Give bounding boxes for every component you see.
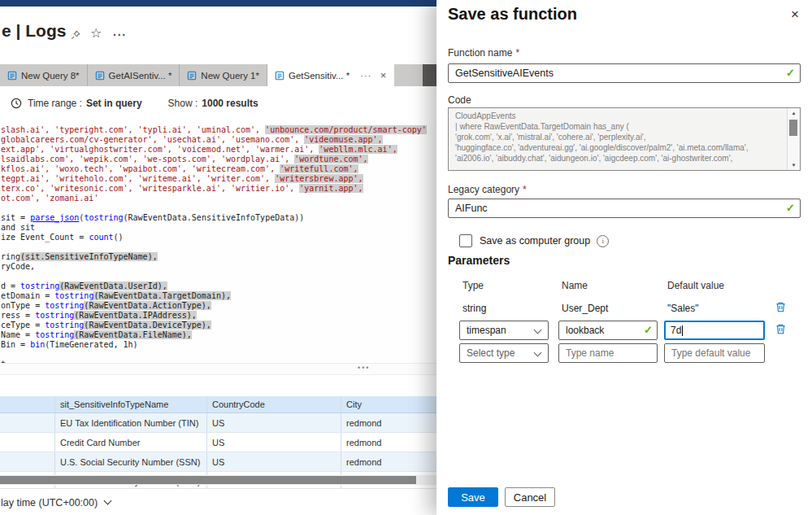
favorite-star-icon[interactable]: ☆ — [90, 28, 102, 39]
query-tab[interactable]: New Query 1* — [180, 64, 267, 86]
delete-parameter-button[interactable] — [775, 301, 787, 313]
results-cell: U.S. Social Security Number (SSN) — [55, 452, 207, 471]
code-preview-line: 'grok.com', 'x.ai', 'mistral.ai', 'coher… — [455, 132, 784, 142]
code-label: Code — [448, 94, 471, 106]
query-editor[interactable]: slash.ai', 'typeright.com', 'typli.ai', … — [0, 122, 436, 366]
query-tab[interactable]: New Query 8* — [0, 64, 88, 86]
parameters-title: Parameters — [448, 254, 510, 267]
param-default-input[interactable] — [664, 343, 765, 363]
scroll-up-icon[interactable]: ▲ — [788, 111, 800, 116]
column-header[interactable]: sit_SensitiveInfoTypeName — [55, 396, 207, 412]
code-line: ryCode, — [0, 262, 436, 272]
required-asterisk: * — [523, 184, 527, 195]
column-header[interactable]: CountryCode — [207, 396, 341, 412]
results-header-row: sit_SensitiveInfoTypeNameCountryCodeCity — [0, 396, 436, 413]
status-bar: lay time (UTC+00:00) — [0, 488, 436, 515]
more-commands-icon[interactable]: ··· — [113, 29, 127, 41]
delete-parameter-button[interactable] — [775, 323, 787, 335]
time-range-label[interactable]: Time range : — [28, 98, 82, 109]
code-line: globalcareers.com/cv-generator', 'usecha… — [0, 135, 436, 145]
time-range-clock-icon — [11, 98, 22, 109]
row-gutter — [0, 452, 55, 471]
panel-title: Save as function — [448, 5, 577, 24]
scroll-down-icon[interactable]: ▼ — [788, 163, 800, 168]
code-line: ot.com', 'zomani.ai' — [0, 194, 436, 203]
horizontal-scrollbar[interactable] — [0, 475, 436, 485]
parameter-row: timespan ✓ 7d — [459, 321, 807, 340]
param-default-input-focused[interactable]: 7d — [664, 321, 765, 340]
chevron-down-icon — [534, 349, 542, 357]
results-row[interactable]: U.S. Social Security Number (SSN)USredmo… — [0, 452, 436, 472]
info-icon[interactable]: i — [597, 235, 609, 247]
code-line — [0, 350, 436, 360]
code-line: kflos.ai', 'woxo.tech', 'wpaibot.com', '… — [0, 164, 436, 174]
page-title: e | Logs — [2, 21, 66, 41]
code-line: ize Event_Count = count() — [0, 233, 436, 242]
save-button[interactable]: Save — [448, 487, 498, 507]
query-tab[interactable]: GetSensitiv... *···× — [267, 64, 394, 86]
function-name-input[interactable] — [448, 63, 801, 83]
valid-check-icon: ✓ — [786, 67, 795, 79]
code-line: and sit — [0, 223, 436, 233]
code-line — [0, 203, 436, 213]
pin-icon[interactable] — [70, 29, 81, 42]
param-type-select[interactable]: timespan — [459, 321, 549, 340]
code-scrollbar[interactable]: ▲ ▼ — [787, 108, 800, 170]
param-name-field: ✓ — [558, 321, 658, 340]
param-type-value: string — [459, 303, 549, 314]
code-line: ress = tostring(RawEventData.IPAddress), — [0, 311, 436, 321]
editor-results-splitter[interactable]: ••• — [0, 363, 436, 375]
results-row[interactable]: EU Tax Identification Number (TIN)USredm… — [0, 413, 436, 433]
row-gutter — [0, 413, 55, 432]
results-cell: US — [207, 433, 341, 452]
query-toolbar: Time range : Set in query Show : 1000 re… — [0, 88, 436, 119]
param-type-placeholder: Select type — [467, 347, 515, 359]
cancel-button[interactable]: Cancel — [505, 487, 555, 507]
tab-close-icon[interactable]: × — [380, 69, 387, 81]
legacy-category-label: Legacy category* — [448, 184, 527, 195]
param-name-header: Name — [558, 280, 658, 291]
close-icon[interactable]: × — [791, 7, 799, 23]
code-line — [0, 272, 436, 282]
time-range-value[interactable]: Set in query — [86, 98, 142, 109]
function-name-label: Function name* — [448, 47, 519, 59]
display-time-label[interactable]: lay time (UTC+00:00) — [1, 497, 98, 508]
param-name-input[interactable] — [558, 321, 658, 340]
code-line: onType = tostring(RawEventData.ActionTyp… — [0, 301, 436, 311]
code-scrollbar-thumb[interactable] — [789, 120, 797, 136]
row-gutter — [0, 433, 55, 452]
show-value[interactable]: 1000 results — [202, 98, 258, 109]
code-line: d = tostring(RawEventData.UserId), — [0, 282, 436, 291]
query-file-icon — [95, 71, 105, 81]
tab-label: New Query 1* — [201, 71, 259, 81]
param-name-input[interactable] — [558, 343, 658, 363]
code-preview: CloudAppEvents| where RawEventData.Targe… — [448, 107, 801, 171]
code-line: tegpt.ai', 'writeholo.com', 'writeme.ai'… — [0, 174, 436, 184]
parameter-row-empty: Select type — [459, 343, 807, 363]
horizontal-scrollbar-thumb[interactable] — [0, 476, 416, 484]
code-preview-line: | where RawEventData.TargetDomain has_an… — [455, 121, 784, 132]
legacy-category-label-text: Legacy category — [448, 184, 519, 195]
parameter-row: string User_Dept "Sales" — [459, 299, 807, 317]
code-preview-line: 'huggingface.co', 'adventureai.gg', 'ai.… — [455, 142, 784, 153]
trash-icon — [775, 323, 787, 335]
required-asterisk: * — [515, 47, 519, 59]
param-type-header: Type — [459, 280, 549, 291]
show-label[interactable]: Show : — [168, 98, 198, 109]
column-header[interactable]: City — [341, 396, 436, 412]
code-line: ceType = tostring(RawEventData.DeviceTyp… — [0, 321, 436, 330]
save-function-panel: Save as function × Function name* ✓ Code… — [436, 0, 812, 515]
param-type-select[interactable]: Select type — [459, 343, 549, 363]
code-line: slash.ai', 'typeright.com', 'typli.ai', … — [0, 125, 436, 135]
legacy-category-input[interactable] — [448, 199, 801, 218]
valid-check-icon: ✓ — [786, 202, 795, 214]
tab-label: New Query 8* — [21, 71, 80, 81]
tab-partial[interactable] — [423, 64, 436, 86]
tab-more-icon[interactable]: ··· — [360, 71, 372, 81]
computer-group-checkbox[interactable] — [459, 234, 472, 247]
results-row[interactable]: Credit Card NumberUSredmond — [0, 433, 436, 452]
query-tab[interactable]: GetAISentiv... * — [88, 64, 180, 86]
tab-label: GetAISentiv... * — [109, 71, 172, 81]
trash-icon — [775, 301, 787, 313]
code-preview-lines: CloudAppEvents| where RawEventData.Targe… — [449, 108, 788, 170]
